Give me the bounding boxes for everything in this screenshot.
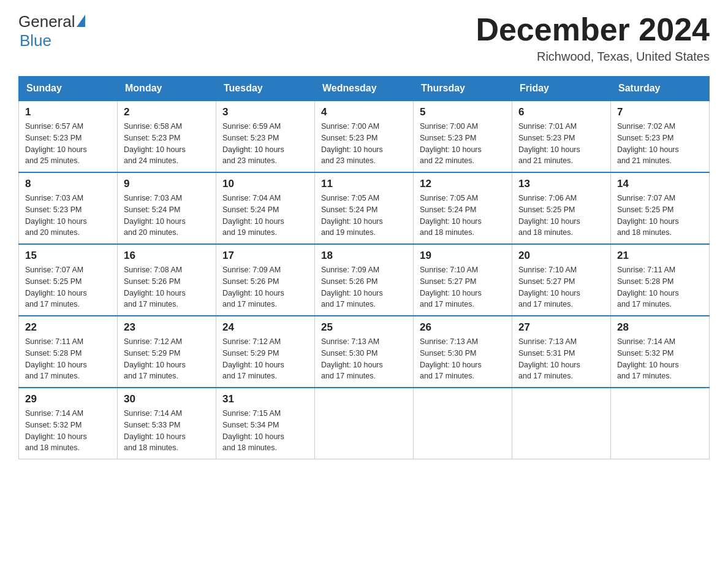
day-number: 12 (420, 178, 506, 190)
calendar-cell-day-22: 22Sunrise: 7:11 AMSunset: 5:28 PMDayligh… (19, 316, 118, 388)
day-info: Sunrise: 7:11 AMSunset: 5:28 PMDaylight:… (25, 336, 111, 382)
calendar-cell-empty (611, 388, 710, 459)
calendar-cell-empty (315, 388, 414, 459)
calendar-cell-day-4: 4Sunrise: 7:00 AMSunset: 5:23 PMDaylight… (315, 101, 414, 172)
col-header-saturday: Saturday (611, 77, 710, 101)
day-number: 4 (321, 106, 407, 118)
calendar-cell-day-13: 13Sunrise: 7:06 AMSunset: 5:25 PMDayligh… (512, 172, 611, 244)
day-number: 10 (222, 178, 308, 190)
calendar-cell-day-3: 3Sunrise: 6:59 AMSunset: 5:23 PMDaylight… (216, 101, 315, 172)
day-number: 20 (518, 250, 604, 262)
calendar-cell-day-14: 14Sunrise: 7:07 AMSunset: 5:25 PMDayligh… (611, 172, 710, 244)
calendar-cell-day-31: 31Sunrise: 7:15 AMSunset: 5:34 PMDayligh… (216, 388, 315, 459)
day-number: 21 (617, 250, 703, 262)
calendar-cell-day-25: 25Sunrise: 7:13 AMSunset: 5:30 PMDayligh… (315, 316, 414, 388)
calendar-cell-day-7: 7Sunrise: 7:02 AMSunset: 5:23 PMDaylight… (611, 101, 710, 172)
calendar-cell-day-27: 27Sunrise: 7:13 AMSunset: 5:31 PMDayligh… (512, 316, 611, 388)
day-info: Sunrise: 7:13 AMSunset: 5:31 PMDaylight:… (518, 336, 604, 382)
calendar-cell-day-1: 1Sunrise: 6:57 AMSunset: 5:23 PMDaylight… (19, 101, 118, 172)
location-title: Richwood, Texas, United States (476, 50, 710, 64)
logo-general-text: General (18, 12, 75, 31)
calendar-cell-empty (512, 388, 611, 459)
day-number: 17 (222, 250, 308, 262)
calendar-cell-day-18: 18Sunrise: 7:09 AMSunset: 5:26 PMDayligh… (315, 244, 414, 316)
calendar-cell-day-28: 28Sunrise: 7:14 AMSunset: 5:32 PMDayligh… (611, 316, 710, 388)
day-info: Sunrise: 7:10 AMSunset: 5:27 PMDaylight:… (420, 264, 506, 310)
day-info: Sunrise: 7:07 AMSunset: 5:25 PMDaylight:… (617, 193, 703, 239)
day-info: Sunrise: 7:14 AMSunset: 5:33 PMDaylight:… (124, 408, 210, 454)
day-number: 26 (420, 321, 506, 334)
day-info: Sunrise: 7:12 AMSunset: 5:29 PMDaylight:… (222, 336, 308, 382)
calendar-cell-day-16: 16Sunrise: 7:08 AMSunset: 5:26 PMDayligh… (118, 244, 216, 316)
day-number: 11 (321, 178, 407, 190)
col-header-tuesday: Tuesday (216, 77, 315, 101)
calendar-cell-day-9: 9Sunrise: 7:03 AMSunset: 5:24 PMDaylight… (118, 172, 216, 244)
calendar-cell-day-24: 24Sunrise: 7:12 AMSunset: 5:29 PMDayligh… (216, 316, 315, 388)
day-info: Sunrise: 7:13 AMSunset: 5:30 PMDaylight:… (420, 336, 506, 382)
day-number: 19 (420, 250, 506, 262)
page-header: General Blue December 2024 Richwood, Tex… (18, 12, 710, 64)
day-info: Sunrise: 7:05 AMSunset: 5:24 PMDaylight:… (420, 193, 506, 239)
day-info: Sunrise: 7:09 AMSunset: 5:26 PMDaylight:… (222, 264, 308, 310)
day-info: Sunrise: 7:05 AMSunset: 5:24 PMDaylight:… (321, 193, 407, 239)
day-number: 2 (124, 106, 210, 118)
calendar-cell-day-8: 8Sunrise: 7:03 AMSunset: 5:23 PMDaylight… (19, 172, 118, 244)
day-info: Sunrise: 7:03 AMSunset: 5:23 PMDaylight:… (25, 193, 111, 239)
day-info: Sunrise: 7:14 AMSunset: 5:32 PMDaylight:… (617, 336, 703, 382)
day-info: Sunrise: 7:01 AMSunset: 5:23 PMDaylight:… (518, 121, 604, 167)
day-info: Sunrise: 6:58 AMSunset: 5:23 PMDaylight:… (124, 121, 210, 167)
day-info: Sunrise: 7:07 AMSunset: 5:25 PMDaylight:… (25, 264, 111, 310)
col-header-thursday: Thursday (414, 77, 512, 101)
day-info: Sunrise: 7:12 AMSunset: 5:29 PMDaylight:… (124, 336, 210, 382)
day-number: 8 (25, 178, 111, 190)
day-info: Sunrise: 6:59 AMSunset: 5:23 PMDaylight:… (222, 121, 308, 167)
day-number: 16 (124, 250, 210, 262)
day-info: Sunrise: 7:11 AMSunset: 5:28 PMDaylight:… (617, 264, 703, 310)
calendar-cell-day-2: 2Sunrise: 6:58 AMSunset: 5:23 PMDaylight… (118, 101, 216, 172)
calendar-cell-day-6: 6Sunrise: 7:01 AMSunset: 5:23 PMDaylight… (512, 101, 611, 172)
day-info: Sunrise: 7:02 AMSunset: 5:23 PMDaylight:… (617, 121, 703, 167)
logo-triangle-icon (77, 15, 85, 27)
calendar-cell-day-30: 30Sunrise: 7:14 AMSunset: 5:33 PMDayligh… (118, 388, 216, 459)
month-title: December 2024 (476, 12, 710, 47)
calendar-cell-day-17: 17Sunrise: 7:09 AMSunset: 5:26 PMDayligh… (216, 244, 315, 316)
day-number: 24 (222, 321, 308, 334)
day-number: 25 (321, 321, 407, 334)
day-info: Sunrise: 7:09 AMSunset: 5:26 PMDaylight:… (321, 264, 407, 310)
day-info: Sunrise: 6:57 AMSunset: 5:23 PMDaylight:… (25, 121, 111, 167)
logo: General Blue (18, 12, 85, 50)
col-header-wednesday: Wednesday (315, 77, 414, 101)
day-info: Sunrise: 7:06 AMSunset: 5:25 PMDaylight:… (518, 193, 604, 239)
col-header-friday: Friday (512, 77, 611, 101)
day-number: 28 (617, 321, 703, 334)
day-info: Sunrise: 7:00 AMSunset: 5:23 PMDaylight:… (420, 121, 506, 167)
day-number: 5 (420, 106, 506, 118)
day-number: 13 (518, 178, 604, 190)
calendar-cell-empty (414, 388, 512, 459)
day-info: Sunrise: 7:08 AMSunset: 5:26 PMDaylight:… (124, 264, 210, 310)
day-number: 7 (617, 106, 703, 118)
day-number: 3 (222, 106, 308, 118)
col-header-monday: Monday (118, 77, 216, 101)
day-number: 27 (518, 321, 604, 334)
calendar-cell-day-10: 10Sunrise: 7:04 AMSunset: 5:24 PMDayligh… (216, 172, 315, 244)
day-info: Sunrise: 7:15 AMSunset: 5:34 PMDaylight:… (222, 408, 308, 454)
calendar-cell-day-5: 5Sunrise: 7:00 AMSunset: 5:23 PMDaylight… (414, 101, 512, 172)
day-info: Sunrise: 7:04 AMSunset: 5:24 PMDaylight:… (222, 193, 308, 239)
calendar-cell-day-12: 12Sunrise: 7:05 AMSunset: 5:24 PMDayligh… (414, 172, 512, 244)
day-info: Sunrise: 7:13 AMSunset: 5:30 PMDaylight:… (321, 336, 407, 382)
calendar-cell-day-23: 23Sunrise: 7:12 AMSunset: 5:29 PMDayligh… (118, 316, 216, 388)
day-info: Sunrise: 7:14 AMSunset: 5:32 PMDaylight:… (25, 408, 111, 454)
day-number: 18 (321, 250, 407, 262)
day-number: 22 (25, 321, 111, 334)
logo-blue-text: Blue (20, 31, 51, 50)
day-number: 6 (518, 106, 604, 118)
title-block: December 2024 Richwood, Texas, United St… (476, 12, 710, 64)
day-number: 14 (617, 178, 703, 190)
calendar-cell-day-20: 20Sunrise: 7:10 AMSunset: 5:27 PMDayligh… (512, 244, 611, 316)
day-info: Sunrise: 7:00 AMSunset: 5:23 PMDaylight:… (321, 121, 407, 167)
day-number: 1 (25, 106, 111, 118)
day-info: Sunrise: 7:10 AMSunset: 5:27 PMDaylight:… (518, 264, 604, 310)
calendar-cell-day-26: 26Sunrise: 7:13 AMSunset: 5:30 PMDayligh… (414, 316, 512, 388)
calendar-table: SundayMondayTuesdayWednesdayThursdayFrid… (18, 76, 710, 459)
